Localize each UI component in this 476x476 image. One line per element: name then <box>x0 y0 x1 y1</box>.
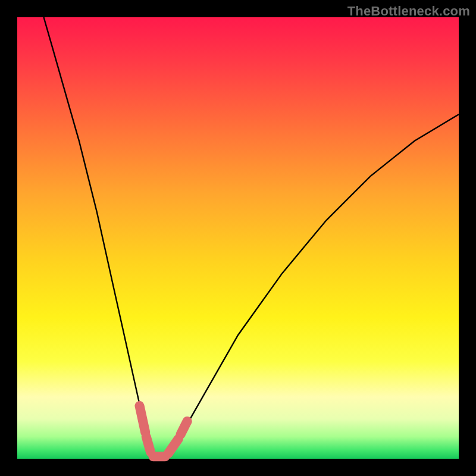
highlight-segments <box>140 406 187 456</box>
highlight-segment <box>181 421 187 434</box>
highlight-segment <box>146 437 151 452</box>
highlight-segment <box>168 439 178 454</box>
curve-line <box>44 17 459 459</box>
bottleneck-curve <box>17 17 459 459</box>
plot-area <box>17 17 459 459</box>
highlight-segment <box>140 406 146 433</box>
chart-frame: TheBottleneck.com <box>0 0 476 476</box>
watermark-text: TheBottleneck.com <box>347 4 470 19</box>
